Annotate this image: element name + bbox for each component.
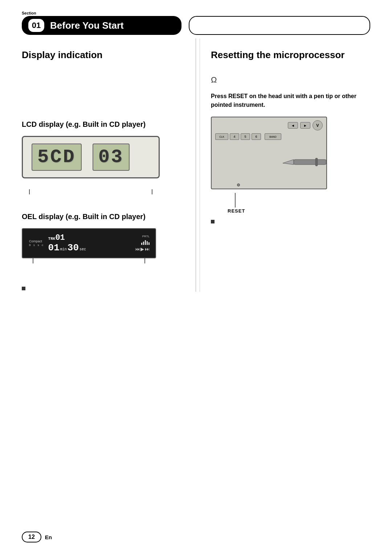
oel-bar-5 — [148, 242, 150, 245]
hu-clk-button: CLK — [215, 133, 228, 140]
right-column: Resetting the microprocessor Ω Press RES… — [200, 39, 370, 292]
header-empty-pill — [189, 16, 370, 35]
oel-bar-3 — [145, 240, 146, 245]
oel-trk-label: TRK — [48, 237, 56, 241]
oel-center: TRK01 01 min 30 sec — [48, 233, 86, 253]
oel-sec-val: 30 — [68, 242, 79, 253]
left-column: Display indication LCD display (e.g. Bui… — [22, 39, 192, 292]
oel-trk-row: TRK01 — [48, 233, 65, 242]
lcd-text1: 5CD — [32, 144, 82, 171]
content-area: Display indication LCD display (e.g. Bui… — [22, 39, 370, 292]
reset-vertical-line — [235, 193, 236, 207]
arrow-right-icon: ► — [303, 124, 307, 128]
oel-sec-label: sec — [79, 247, 86, 251]
oel-play-icon: ▶ — [140, 246, 144, 252]
lcd-display: 5CD 03 — [22, 136, 160, 178]
oel-compact: Compact — [29, 239, 44, 244]
hu-band-button: BAND — [265, 133, 281, 140]
omega-symbol: Ω — [211, 75, 370, 85]
hu-reset-hole — [237, 183, 240, 186]
svg-marker-1 — [283, 160, 294, 165]
oel-time-row: 01 min 30 sec — [48, 242, 86, 253]
left-bullet — [22, 287, 25, 290]
hu-num4-button: 4 — [230, 133, 239, 140]
lcd-text2: 03 — [93, 144, 130, 171]
section-number: 01 — [28, 19, 44, 32]
reset-heading: Resetting the microprocessor — [211, 49, 370, 61]
hu-arrow-right-btn: ► — [300, 122, 310, 129]
reset-label-area: RESET — [211, 193, 370, 214]
head-unit-area: ◄ ► V CLK 4 5 6 BAND — [211, 117, 370, 225]
hu-arrow-left-btn: ◄ — [288, 122, 298, 129]
section-label: Section — [22, 11, 36, 15]
arrow-left-icon: ◄ — [291, 124, 295, 128]
oel-bar-2 — [143, 242, 144, 245]
footer: 12 En — [22, 532, 370, 542]
reset-label: RESET — [228, 208, 245, 214]
oel-prtl: PRTL — [142, 235, 150, 238]
page-wrapper: Section 01 Before You Start Display indi… — [0, 0, 392, 557]
footer-language: En — [45, 534, 52, 540]
oel-transport-controls: ⏮ ▶ ⏭ — [135, 246, 150, 252]
lcd-label: LCD display (e.g. Built in CD player) — [22, 120, 181, 129]
hu-v-button: V — [313, 120, 323, 130]
hu-middle-row: CLK 4 5 6 BAND — [212, 132, 326, 141]
reset-instruction: Press RESET on the head unit with a pen … — [211, 92, 370, 109]
oel-bar-1 — [141, 243, 142, 245]
oel-rewind-icon: ⏮ — [135, 246, 140, 252]
svg-rect-0 — [294, 160, 326, 165]
header-row: 01 Before You Start — [22, 16, 370, 35]
page-number: 12 — [22, 532, 41, 542]
right-bullet — [211, 220, 215, 223]
oel-display: Compact D i s c TRK01 01 min 30 — [22, 228, 156, 258]
svg-rect-2 — [315, 158, 318, 166]
oel-min-label: min — [60, 247, 67, 251]
display-indication-heading: Display indication — [22, 49, 181, 61]
hu-num5-button: 5 — [241, 133, 250, 140]
head-unit-illustration: ◄ ► V CLK 4 5 6 BAND — [211, 117, 327, 189]
oel-left-text: Compact D i s c — [28, 239, 45, 248]
oel-ffwd-icon: ⏭ — [145, 246, 150, 252]
column-divider — [196, 39, 196, 292]
oel-min-val: 01 — [48, 242, 60, 253]
oel-trk-num: 01 — [55, 233, 65, 242]
oel-right: PRTL ⏮ ▶ ⏭ — [135, 235, 150, 252]
oel-label: OEL display (e.g. Built in CD player) — [22, 213, 181, 221]
oel-bar-4 — [147, 241, 148, 245]
pen-tip-svg — [272, 152, 327, 189]
hu-num6-button: 6 — [252, 133, 261, 140]
oel-level-bar — [141, 240, 150, 245]
hu-top-row: ◄ ► V — [212, 117, 326, 132]
section-pill: 01 Before You Start — [22, 16, 181, 35]
oel-disc: D i s c — [29, 243, 44, 247]
section-title: Before You Start — [50, 20, 124, 31]
